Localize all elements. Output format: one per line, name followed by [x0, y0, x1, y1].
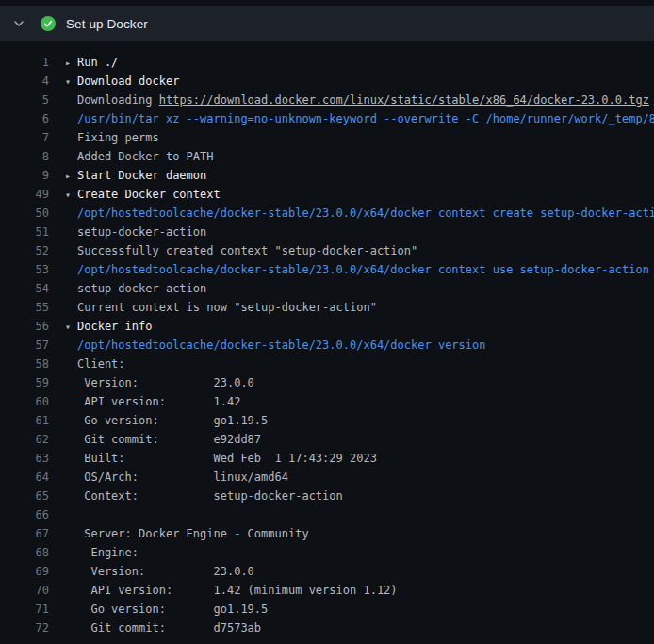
- line-number[interactable]: 59: [0, 373, 49, 392]
- log-text: Git commit: d7573ab: [49, 619, 261, 637]
- log-line: 66: [0, 505, 654, 524]
- log-line: 5Downloading https://download.docker.com…: [0, 91, 654, 109]
- log-link[interactable]: https://download.docker.com/linux/static…: [159, 93, 649, 107]
- log-line: 6/usr/bin/tar xz --warning=no-unknown-ke…: [0, 109, 654, 128]
- log-viewer: 1▸Run ./4▾Download docker5Downloading ht…: [0, 41, 654, 637]
- command-text: /opt/hostedtoolcache/docker-stable/23.0.…: [49, 336, 485, 355]
- line-number[interactable]: 50: [0, 204, 49, 223]
- log-text: Added Docker to PATH: [49, 147, 214, 166]
- triangle-down-icon[interactable]: ▾: [65, 73, 77, 91]
- line-number[interactable]: 55: [0, 298, 49, 317]
- log-group-row[interactable]: 4▾Download docker: [0, 72, 654, 91]
- step-title: Set up Docker: [66, 17, 148, 31]
- group-title: Create Docker context: [77, 188, 221, 201]
- log-text: setup-docker-action: [49, 223, 206, 241]
- line-number[interactable]: 63: [0, 449, 49, 468]
- log-text: Built: Wed Feb 1 17:43:29 2023: [49, 449, 377, 468]
- line-number[interactable]: 66: [0, 505, 49, 524]
- line-number[interactable]: 64: [0, 468, 49, 487]
- group-header[interactable]: ▸Start Docker daemon: [49, 166, 206, 185]
- line-number[interactable]: 5: [0, 91, 49, 109]
- line-number[interactable]: 54: [0, 279, 49, 298]
- log-text: Engine:: [49, 543, 139, 562]
- log-text: setup-docker-action: [49, 279, 206, 298]
- line-number[interactable]: 69: [0, 562, 49, 581]
- line-number[interactable]: 62: [0, 430, 49, 449]
- line-number[interactable]: 6: [0, 109, 49, 128]
- log-line: 51setup-docker-action: [0, 223, 654, 241]
- log-line: 54setup-docker-action: [0, 279, 654, 298]
- line-number[interactable]: 51: [0, 223, 49, 241]
- line-number[interactable]: 72: [0, 619, 49, 637]
- log-text: Git commit: e92dd87: [49, 430, 261, 449]
- log-text: Downloading https://download.docker.com/…: [49, 91, 649, 109]
- log-line: 61 Go version: go1.19.5: [0, 411, 654, 430]
- log-text: API version: 1.42 (minimum version 1.12): [49, 581, 398, 600]
- line-number[interactable]: 53: [0, 260, 49, 279]
- group-header[interactable]: ▾Download docker: [49, 72, 179, 91]
- log-text: OS/Arch: linux/amd64: [49, 468, 288, 487]
- log-group-row[interactable]: 9▸Start Docker daemon: [0, 166, 654, 185]
- log-text: [49, 505, 77, 524]
- line-number[interactable]: 49: [0, 185, 49, 204]
- line-number[interactable]: 71: [0, 600, 49, 619]
- group-title: Docker info: [77, 320, 152, 333]
- log-text: Successfully created context "setup-dock…: [49, 241, 417, 260]
- line-number[interactable]: 57: [0, 336, 49, 355]
- group-title: Start Docker daemon: [77, 169, 206, 182]
- group-header[interactable]: ▾Docker info: [49, 317, 152, 336]
- log-text: Fixing perms: [49, 128, 159, 147]
- log-line: 63 Built: Wed Feb 1 17:43:29 2023: [0, 449, 654, 468]
- line-number[interactable]: 65: [0, 487, 49, 505]
- line-number[interactable]: 7: [0, 128, 49, 147]
- line-number[interactable]: 56: [0, 317, 49, 336]
- log-line: 57/opt/hostedtoolcache/docker-stable/23.…: [0, 336, 654, 355]
- line-number[interactable]: 8: [0, 147, 49, 166]
- log-line: 70 API version: 1.42 (minimum version 1.…: [0, 581, 654, 600]
- log-line: 67 Server: Docker Engine - Community: [0, 524, 654, 543]
- log-group-row[interactable]: 1▸Run ./: [0, 53, 654, 72]
- log-text: Go version: go1.19.5: [49, 600, 268, 619]
- log-group-row[interactable]: 56▾Docker info: [0, 317, 654, 336]
- command-text: /usr/bin/tar xz --warning=no-unknown-key…: [49, 109, 654, 128]
- log-group-row[interactable]: 49▾Create Docker context: [0, 185, 654, 204]
- line-number[interactable]: 61: [0, 411, 49, 430]
- group-title: Run ./: [77, 56, 118, 69]
- group-header[interactable]: ▾Create Docker context: [49, 185, 221, 204]
- log-line: 60 API version: 1.42: [0, 392, 654, 411]
- log-line: 71 Go version: go1.19.5: [0, 600, 654, 619]
- log-line: 8Added Docker to PATH: [0, 147, 654, 166]
- group-header[interactable]: ▸Run ./: [49, 53, 118, 72]
- log-text: Go version: go1.19.5: [49, 411, 268, 430]
- log-text: API version: 1.42: [49, 392, 240, 411]
- chevron-down-icon[interactable]: [12, 17, 25, 30]
- triangle-right-icon[interactable]: ▸: [65, 54, 77, 72]
- triangle-down-icon[interactable]: ▾: [65, 318, 77, 336]
- line-number[interactable]: 60: [0, 392, 49, 411]
- line-number[interactable]: 68: [0, 543, 49, 562]
- line-number[interactable]: 70: [0, 581, 49, 600]
- line-number[interactable]: 58: [0, 355, 49, 373]
- log-line: 64 OS/Arch: linux/amd64: [0, 468, 654, 487]
- log-text-segment: Downloading: [77, 93, 159, 107]
- triangle-down-icon[interactable]: ▾: [65, 186, 77, 204]
- log-text: Server: Docker Engine - Community: [49, 524, 309, 543]
- line-number[interactable]: 67: [0, 524, 49, 543]
- step-header[interactable]: Set up Docker: [0, 6, 654, 41]
- log-line: 72 Git commit: d7573ab: [0, 619, 654, 637]
- log-text: Version: 23.0.0: [49, 373, 254, 392]
- log-line: 55Current context is now "setup-docker-a…: [0, 298, 654, 317]
- log-line: 7Fixing perms: [0, 128, 654, 147]
- log-line: 53/opt/hostedtoolcache/docker-stable/23.…: [0, 260, 654, 279]
- line-number[interactable]: 9: [0, 166, 49, 185]
- log-line: 65 Context: setup-docker-action: [0, 487, 654, 505]
- line-number[interactable]: 4: [0, 72, 49, 91]
- log-line: 62 Git commit: e92dd87: [0, 430, 654, 449]
- triangle-right-icon[interactable]: ▸: [65, 167, 77, 185]
- line-number[interactable]: 52: [0, 241, 49, 260]
- log-line: 68 Engine:: [0, 543, 654, 562]
- log-line: 58Client:: [0, 355, 654, 373]
- line-number[interactable]: 1: [0, 53, 49, 72]
- command-text: /opt/hostedtoolcache/docker-stable/23.0.…: [49, 260, 649, 279]
- log-text: Version: 23.0.0: [49, 562, 254, 581]
